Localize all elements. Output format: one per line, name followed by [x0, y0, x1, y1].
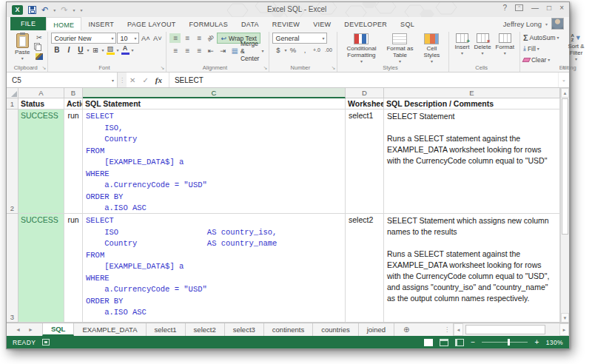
number-dialog-launcher-icon[interactable]: ↘: [332, 65, 336, 71]
page-layout-view-icon[interactable]: [440, 339, 448, 346]
merge-center-button[interactable]: ▦ Merge & Center ▾: [229, 45, 266, 56]
name-box[interactable]: C5 ▾: [7, 73, 118, 87]
borders-icon[interactable]: ⊞: [90, 45, 101, 55]
cell-e3-description[interactable]: SELECT Statement which assigns new colum…: [384, 214, 560, 323]
excel-app-icon[interactable]: X: [12, 5, 23, 15]
user-avatar[interactable]: [551, 18, 564, 30]
macro-record-icon[interactable]: [42, 339, 50, 346]
sheet-tab-select2[interactable]: select2: [186, 323, 225, 336]
sheet-tab-joined[interactable]: joined: [359, 323, 394, 336]
undo-icon[interactable]: ↶: [41, 4, 48, 15]
row-header-2[interactable]: 2: [7, 109, 18, 214]
conditional-formatting-button[interactable]: Conditional Formatting ▾: [340, 33, 382, 65]
cell-b2-action[interactable]: run: [64, 109, 83, 214]
underline-button[interactable]: U: [75, 45, 86, 55]
align-center-icon[interactable]: ≡: [181, 46, 192, 55]
cell-b1-action-header[interactable]: Action: [64, 98, 83, 109]
cell-a2-status[interactable]: SUCCESS: [18, 109, 64, 214]
maximize-button[interactable]: □: [547, 4, 551, 12]
cell-styles-button[interactable]: Cell Styles ▾: [417, 33, 445, 65]
zoom-slider[interactable]: [482, 342, 528, 343]
column-header-b[interactable]: B: [64, 88, 83, 98]
tab-page-layout[interactable]: PAGE LAYOUT: [121, 17, 182, 30]
sheet-tab-select3[interactable]: select3: [225, 323, 264, 336]
paste-dropdown-caret[interactable]: ▾: [21, 56, 24, 61]
cell-c1-sql-header[interactable]: SQL Statement: [83, 98, 346, 109]
scroll-right-icon[interactable]: ►: [559, 323, 569, 336]
paste-button[interactable]: Paste ▾: [13, 33, 32, 62]
enter-formula-icon[interactable]: ✓: [142, 76, 148, 84]
insert-function-icon[interactable]: fx: [155, 75, 162, 84]
horizontal-scrollbar-track[interactable]: [463, 323, 559, 336]
font-color-dropdown-caret[interactable]: ▾: [132, 47, 134, 53]
increase-indent-icon[interactable]: ⇥: [217, 46, 228, 55]
autosum-button[interactable]: Σ AutoSum ▾: [523, 33, 559, 42]
next-sheet-icon[interactable]: ►: [28, 327, 33, 332]
scroll-left-icon[interactable]: ◄: [454, 323, 463, 336]
collapse-ribbon-icon[interactable]: ∧: [562, 64, 565, 70]
cell-e1-description-header[interactable]: SQL Description / Comments: [384, 98, 560, 109]
font-size-combo[interactable]: 10 ▾: [117, 33, 139, 44]
cell-b3-action[interactable]: run: [64, 214, 83, 323]
ribbon-display-options-button[interactable]: ^: [515, 4, 523, 11]
sheet-tab-example-data[interactable]: EXAMPLE_DATA: [74, 323, 146, 336]
align-left-icon[interactable]: ≡: [169, 46, 181, 55]
number-format-combo[interactable]: General ▾: [272, 33, 327, 44]
middle-align-icon[interactable]: ≡: [181, 33, 192, 43]
column-header-c[interactable]: C: [83, 88, 346, 98]
column-header-e[interactable]: E: [384, 88, 560, 98]
scroll-up-icon[interactable]: ▲: [561, 88, 569, 98]
sort-filter-button[interactable]: AZ▼ Sort & Filter ▾: [562, 33, 591, 63]
zoom-in-icon[interactable]: +: [534, 338, 539, 346]
shrink-font-icon[interactable]: A˅: [152, 33, 163, 43]
font-dialog-launcher-icon[interactable]: ↘: [161, 65, 165, 71]
alignment-dialog-launcher-icon[interactable]: ↘: [263, 65, 268, 71]
fill-color-icon[interactable]: ▨: [105, 45, 116, 55]
cut-icon[interactable]: ✂: [33, 33, 44, 42]
percent-style-icon[interactable]: %: [287, 45, 298, 55]
zoom-level[interactable]: 130%: [546, 339, 563, 346]
fill-color-dropdown-caret[interactable]: ▾: [117, 47, 119, 53]
decrease-indent-icon[interactable]: ⇤: [205, 46, 216, 55]
normal-view-icon[interactable]: [424, 339, 433, 346]
cell-c2-sql-statement[interactable]: SELECT ISO, Country FROM [EXAMPLE_DATA$]…: [83, 109, 346, 214]
accounting-format-icon[interactable]: $: [272, 45, 283, 55]
cell-a3-status[interactable]: SUCCESS: [18, 214, 64, 323]
sheet-tab-countries[interactable]: countries: [313, 323, 359, 336]
zoom-slider-thumb[interactable]: [508, 339, 510, 346]
select-all-corner[interactable]: [7, 88, 18, 98]
insert-cells-button[interactable]: + Insert ▾: [452, 33, 471, 57]
undo-dropdown-caret[interactable]: ▾: [53, 7, 56, 13]
minimize-button[interactable]: —: [531, 4, 539, 12]
sheet-tab-select1[interactable]: select1: [147, 323, 186, 336]
tab-home[interactable]: HOME: [46, 17, 81, 30]
row-header-3[interactable]: 3: [7, 214, 18, 323]
column-header-d[interactable]: D: [346, 88, 384, 98]
borders-dropdown-caret[interactable]: ▾: [101, 47, 104, 53]
vertical-scrollbar[interactable]: ▲ ▼: [560, 88, 569, 323]
formula-input[interactable]: SELECT: [169, 73, 558, 87]
row-header-1[interactable]: 1: [7, 98, 18, 109]
new-sheet-icon[interactable]: ⊕: [394, 323, 418, 336]
column-header-a[interactable]: A: [18, 88, 64, 98]
tab-insert[interactable]: INSERT: [81, 17, 121, 30]
grow-font-icon[interactable]: A˄: [140, 33, 151, 43]
top-align-icon[interactable]: ≡: [169, 33, 181, 43]
font-color-icon[interactable]: A: [120, 45, 131, 55]
vertical-scrollbar-thumb[interactable]: [562, 98, 568, 235]
bold-button[interactable]: B: [51, 45, 62, 55]
cancel-formula-icon[interactable]: ✕: [130, 76, 135, 84]
delete-cells-button[interactable]: × Delete ▾: [471, 33, 493, 57]
decrease-decimal-icon[interactable]: .00: [323, 45, 334, 55]
accounting-dropdown-caret[interactable]: ▾: [284, 47, 286, 53]
redo-dropdown-caret[interactable]: ▾: [73, 7, 75, 13]
clear-button[interactable]: Clear ▾: [523, 55, 559, 64]
clipboard-dialog-launcher-icon[interactable]: ↘: [42, 65, 47, 71]
zoom-out-icon[interactable]: −: [471, 338, 475, 346]
cell-d2-worksheet[interactable]: select1: [346, 109, 384, 214]
cell-a1-status-header[interactable]: Status: [18, 98, 64, 109]
cell-d3-worksheet[interactable]: select2: [346, 214, 384, 323]
italic-button[interactable]: I: [63, 45, 74, 55]
comma-style-icon[interactable]: ,: [299, 45, 310, 55]
name-box-dropdown-caret[interactable]: ▾: [112, 78, 114, 83]
